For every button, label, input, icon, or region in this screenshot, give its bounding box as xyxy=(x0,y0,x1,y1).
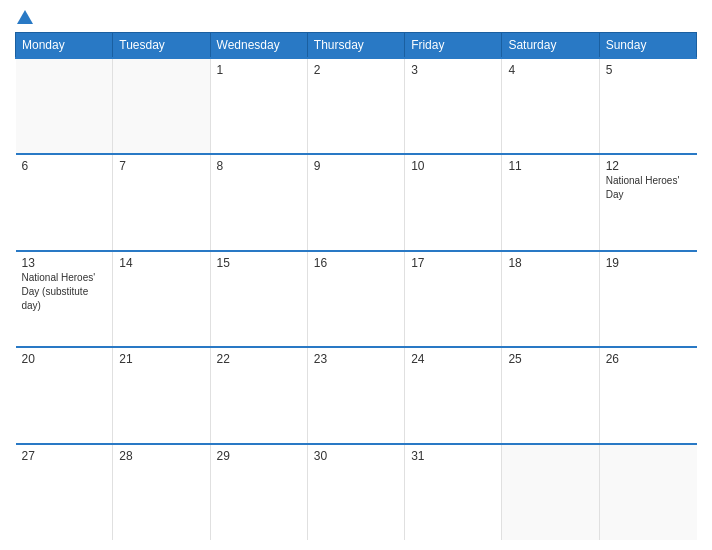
calendar-cell: 16 xyxy=(307,251,404,347)
calendar-cell: 17 xyxy=(405,251,502,347)
calendar-cell: 31 xyxy=(405,444,502,540)
calendar-cell: 10 xyxy=(405,154,502,250)
day-number: 3 xyxy=(411,63,495,77)
calendar-cell: 7 xyxy=(113,154,210,250)
weekday-header-wednesday: Wednesday xyxy=(210,33,307,59)
calendar-cell: 15 xyxy=(210,251,307,347)
calendar-cell: 28 xyxy=(113,444,210,540)
day-number: 19 xyxy=(606,256,691,270)
calendar-cell: 23 xyxy=(307,347,404,443)
calendar-cell: 22 xyxy=(210,347,307,443)
day-number: 27 xyxy=(22,449,107,463)
calendar-table: MondayTuesdayWednesdayThursdayFridaySatu… xyxy=(15,32,697,540)
day-number: 30 xyxy=(314,449,398,463)
calendar-cell: 18 xyxy=(502,251,599,347)
weekday-header-friday: Friday xyxy=(405,33,502,59)
day-number: 7 xyxy=(119,159,203,173)
day-number: 29 xyxy=(217,449,301,463)
calendar-week-row: 20212223242526 xyxy=(16,347,697,443)
day-number: 13 xyxy=(22,256,107,270)
day-number: 26 xyxy=(606,352,691,366)
day-number: 25 xyxy=(508,352,592,366)
logo-triangle-icon xyxy=(17,10,33,24)
logo xyxy=(15,10,35,24)
calendar-page: MondayTuesdayWednesdayThursdayFridaySatu… xyxy=(0,0,712,550)
weekday-header-tuesday: Tuesday xyxy=(113,33,210,59)
calendar-cell: 14 xyxy=(113,251,210,347)
calendar-cell: 5 xyxy=(599,58,696,154)
calendar-cell: 20 xyxy=(16,347,113,443)
calendar-cell xyxy=(599,444,696,540)
holiday-text: National Heroes' Day xyxy=(606,175,680,200)
calendar-cell: 6 xyxy=(16,154,113,250)
calendar-cell: 21 xyxy=(113,347,210,443)
day-number: 16 xyxy=(314,256,398,270)
weekday-header-monday: Monday xyxy=(16,33,113,59)
calendar-cell: 4 xyxy=(502,58,599,154)
calendar-cell: 24 xyxy=(405,347,502,443)
day-number: 10 xyxy=(411,159,495,173)
calendar-cell: 25 xyxy=(502,347,599,443)
header xyxy=(15,10,697,24)
day-number: 22 xyxy=(217,352,301,366)
day-number: 17 xyxy=(411,256,495,270)
calendar-week-row: 6789101112National Heroes' Day xyxy=(16,154,697,250)
calendar-cell: 11 xyxy=(502,154,599,250)
day-number: 5 xyxy=(606,63,691,77)
calendar-week-row: 12345 xyxy=(16,58,697,154)
holiday-text: National Heroes' Day (substitute day) xyxy=(22,272,96,311)
day-number: 14 xyxy=(119,256,203,270)
weekday-header-sunday: Sunday xyxy=(599,33,696,59)
calendar-cell: 2 xyxy=(307,58,404,154)
calendar-cell xyxy=(16,58,113,154)
calendar-cell: 19 xyxy=(599,251,696,347)
day-number: 11 xyxy=(508,159,592,173)
day-number: 8 xyxy=(217,159,301,173)
calendar-cell: 12National Heroes' Day xyxy=(599,154,696,250)
day-number: 2 xyxy=(314,63,398,77)
day-number: 12 xyxy=(606,159,691,173)
calendar-cell: 27 xyxy=(16,444,113,540)
calendar-cell: 1 xyxy=(210,58,307,154)
calendar-cell: 13National Heroes' Day (substitute day) xyxy=(16,251,113,347)
calendar-cell: 26 xyxy=(599,347,696,443)
calendar-cell xyxy=(502,444,599,540)
day-number: 9 xyxy=(314,159,398,173)
day-number: 4 xyxy=(508,63,592,77)
weekday-header-thursday: Thursday xyxy=(307,33,404,59)
calendar-cell: 9 xyxy=(307,154,404,250)
day-number: 1 xyxy=(217,63,301,77)
day-number: 21 xyxy=(119,352,203,366)
day-number: 24 xyxy=(411,352,495,366)
calendar-cell: 3 xyxy=(405,58,502,154)
calendar-cell: 8 xyxy=(210,154,307,250)
day-number: 15 xyxy=(217,256,301,270)
day-number: 18 xyxy=(508,256,592,270)
calendar-cell: 30 xyxy=(307,444,404,540)
calendar-cell xyxy=(113,58,210,154)
weekday-header-row: MondayTuesdayWednesdayThursdayFridaySatu… xyxy=(16,33,697,59)
day-number: 6 xyxy=(22,159,107,173)
day-number: 28 xyxy=(119,449,203,463)
calendar-week-row: 13National Heroes' Day (substitute day)1… xyxy=(16,251,697,347)
calendar-cell: 29 xyxy=(210,444,307,540)
day-number: 20 xyxy=(22,352,107,366)
day-number: 23 xyxy=(314,352,398,366)
calendar-week-row: 2728293031 xyxy=(16,444,697,540)
day-number: 31 xyxy=(411,449,495,463)
weekday-header-saturday: Saturday xyxy=(502,33,599,59)
